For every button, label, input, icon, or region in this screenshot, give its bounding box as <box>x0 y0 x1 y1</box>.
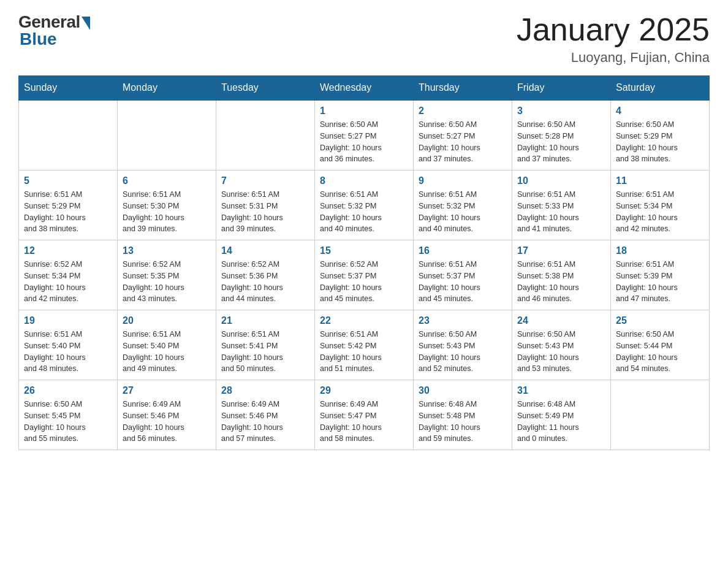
calendar-cell: 1Sunrise: 6:50 AMSunset: 5:27 PMDaylight… <box>315 100 414 170</box>
day-info: Sunrise: 6:51 AMSunset: 5:32 PMDaylight:… <box>320 189 408 235</box>
calendar-cell: 3Sunrise: 6:50 AMSunset: 5:28 PMDaylight… <box>512 100 611 170</box>
day-info: Sunrise: 6:50 AMSunset: 5:44 PMDaylight:… <box>616 329 704 375</box>
day-number: 6 <box>123 175 211 186</box>
day-info: Sunrise: 6:51 AMSunset: 5:38 PMDaylight:… <box>517 259 605 305</box>
calendar-cell <box>611 380 710 450</box>
day-info: Sunrise: 6:51 AMSunset: 5:30 PMDaylight:… <box>123 189 211 235</box>
logo-triangle-icon <box>82 17 90 30</box>
day-number: 26 <box>24 385 112 396</box>
day-info: Sunrise: 6:48 AMSunset: 5:49 PMDaylight:… <box>517 399 605 445</box>
calendar-cell: 23Sunrise: 6:50 AMSunset: 5:43 PMDayligh… <box>414 310 512 380</box>
day-number: 29 <box>320 385 408 396</box>
day-number: 11 <box>616 175 704 186</box>
day-number: 23 <box>419 315 507 326</box>
calendar-cell: 18Sunrise: 6:51 AMSunset: 5:39 PMDayligh… <box>611 240 710 310</box>
day-number: 30 <box>419 385 507 396</box>
day-info: Sunrise: 6:51 AMSunset: 5:42 PMDaylight:… <box>320 329 408 375</box>
day-header-friday: Friday <box>512 76 611 101</box>
calendar-cell <box>216 100 315 170</box>
calendar-cell: 6Sunrise: 6:51 AMSunset: 5:30 PMDaylight… <box>118 170 216 240</box>
day-number: 7 <box>221 175 309 186</box>
week-row-3: 12Sunrise: 6:52 AMSunset: 5:34 PMDayligh… <box>19 240 710 310</box>
day-info: Sunrise: 6:50 AMSunset: 5:45 PMDaylight:… <box>24 399 112 445</box>
day-info: Sunrise: 6:50 AMSunset: 5:27 PMDaylight:… <box>320 119 408 165</box>
day-header-saturday: Saturday <box>611 76 710 101</box>
day-info: Sunrise: 6:51 AMSunset: 5:39 PMDaylight:… <box>616 259 704 305</box>
day-info: Sunrise: 6:51 AMSunset: 5:31 PMDaylight:… <box>221 189 309 235</box>
calendar-cell: 29Sunrise: 6:49 AMSunset: 5:47 PMDayligh… <box>315 380 414 450</box>
day-header-sunday: Sunday <box>19 76 118 101</box>
day-number: 3 <box>517 105 605 117</box>
calendar-cell: 25Sunrise: 6:50 AMSunset: 5:44 PMDayligh… <box>611 310 710 380</box>
calendar-cell: 22Sunrise: 6:51 AMSunset: 5:42 PMDayligh… <box>315 310 414 380</box>
day-info: Sunrise: 6:51 AMSunset: 5:33 PMDaylight:… <box>517 189 605 235</box>
day-info: Sunrise: 6:50 AMSunset: 5:29 PMDaylight:… <box>616 119 704 165</box>
calendar-cell: 26Sunrise: 6:50 AMSunset: 5:45 PMDayligh… <box>19 380 118 450</box>
day-number: 13 <box>123 245 211 256</box>
day-info: Sunrise: 6:50 AMSunset: 5:28 PMDaylight:… <box>517 119 605 165</box>
calendar-cell: 30Sunrise: 6:48 AMSunset: 5:48 PMDayligh… <box>414 380 512 450</box>
calendar-cell: 12Sunrise: 6:52 AMSunset: 5:34 PMDayligh… <box>19 240 118 310</box>
calendar-title: January 2025 <box>517 12 710 47</box>
day-number: 28 <box>221 385 309 396</box>
day-info: Sunrise: 6:49 AMSunset: 5:46 PMDaylight:… <box>221 399 309 445</box>
day-info: Sunrise: 6:51 AMSunset: 5:41 PMDaylight:… <box>221 329 309 375</box>
calendar-cell: 13Sunrise: 6:52 AMSunset: 5:35 PMDayligh… <box>118 240 216 310</box>
day-info: Sunrise: 6:51 AMSunset: 5:34 PMDaylight:… <box>616 189 704 235</box>
day-info: Sunrise: 6:52 AMSunset: 5:35 PMDaylight:… <box>123 259 211 305</box>
day-number: 10 <box>517 175 605 186</box>
calendar-cell: 5Sunrise: 6:51 AMSunset: 5:29 PMDaylight… <box>19 170 118 240</box>
day-number: 20 <box>123 315 211 326</box>
day-info: Sunrise: 6:52 AMSunset: 5:36 PMDaylight:… <box>221 259 309 305</box>
calendar-cell: 11Sunrise: 6:51 AMSunset: 5:34 PMDayligh… <box>611 170 710 240</box>
calendar-cell: 17Sunrise: 6:51 AMSunset: 5:38 PMDayligh… <box>512 240 611 310</box>
day-info: Sunrise: 6:50 AMSunset: 5:43 PMDaylight:… <box>517 329 605 375</box>
calendar-table: SundayMondayTuesdayWednesdayThursdayFrid… <box>18 75 710 450</box>
day-number: 31 <box>517 385 605 396</box>
week-row-4: 19Sunrise: 6:51 AMSunset: 5:40 PMDayligh… <box>19 310 710 380</box>
day-number: 22 <box>320 315 408 326</box>
day-info: Sunrise: 6:51 AMSunset: 5:40 PMDaylight:… <box>24 329 112 375</box>
day-number: 5 <box>24 175 112 186</box>
day-number: 17 <box>517 245 605 256</box>
day-info: Sunrise: 6:51 AMSunset: 5:37 PMDaylight:… <box>419 259 507 305</box>
calendar-cell: 15Sunrise: 6:52 AMSunset: 5:37 PMDayligh… <box>315 240 414 310</box>
day-header-thursday: Thursday <box>414 76 512 101</box>
day-info: Sunrise: 6:51 AMSunset: 5:40 PMDaylight:… <box>123 329 211 375</box>
calendar-cell: 7Sunrise: 6:51 AMSunset: 5:31 PMDaylight… <box>216 170 315 240</box>
day-number: 15 <box>320 245 408 256</box>
day-number: 25 <box>616 315 704 326</box>
day-number: 16 <box>419 245 507 256</box>
day-number: 18 <box>616 245 704 256</box>
day-info: Sunrise: 6:48 AMSunset: 5:48 PMDaylight:… <box>419 399 507 445</box>
day-number: 4 <box>616 105 704 117</box>
day-header-tuesday: Tuesday <box>216 76 315 101</box>
day-number: 12 <box>24 245 112 256</box>
calendar-cell: 24Sunrise: 6:50 AMSunset: 5:43 PMDayligh… <box>512 310 611 380</box>
day-number: 24 <box>517 315 605 326</box>
calendar-cell: 8Sunrise: 6:51 AMSunset: 5:32 PMDaylight… <box>315 170 414 240</box>
days-header-row: SundayMondayTuesdayWednesdayThursdayFrid… <box>19 76 710 101</box>
day-number: 21 <box>221 315 309 326</box>
logo: General Blue <box>18 12 90 49</box>
day-info: Sunrise: 6:50 AMSunset: 5:43 PMDaylight:… <box>419 329 507 375</box>
calendar-cell: 31Sunrise: 6:48 AMSunset: 5:49 PMDayligh… <box>512 380 611 450</box>
day-info: Sunrise: 6:51 AMSunset: 5:29 PMDaylight:… <box>24 189 112 235</box>
day-header-monday: Monday <box>118 76 216 101</box>
week-row-5: 26Sunrise: 6:50 AMSunset: 5:45 PMDayligh… <box>19 380 710 450</box>
day-info: Sunrise: 6:52 AMSunset: 5:34 PMDaylight:… <box>24 259 112 305</box>
day-info: Sunrise: 6:50 AMSunset: 5:27 PMDaylight:… <box>419 119 507 165</box>
calendar-cell: 10Sunrise: 6:51 AMSunset: 5:33 PMDayligh… <box>512 170 611 240</box>
day-header-wednesday: Wednesday <box>315 76 414 101</box>
calendar-cell: 4Sunrise: 6:50 AMSunset: 5:29 PMDaylight… <box>611 100 710 170</box>
day-info: Sunrise: 6:51 AMSunset: 5:32 PMDaylight:… <box>419 189 507 235</box>
page-header: General Blue January 2025 Luoyang, Fujia… <box>18 12 710 66</box>
calendar-cell: 27Sunrise: 6:49 AMSunset: 5:46 PMDayligh… <box>118 380 216 450</box>
day-number: 1 <box>320 105 408 117</box>
week-row-2: 5Sunrise: 6:51 AMSunset: 5:29 PMDaylight… <box>19 170 710 240</box>
calendar-subtitle: Luoyang, Fujian, China <box>517 50 710 66</box>
day-info: Sunrise: 6:49 AMSunset: 5:46 PMDaylight:… <box>123 399 211 445</box>
day-number: 9 <box>419 175 507 186</box>
calendar-cell <box>19 100 118 170</box>
calendar-cell: 14Sunrise: 6:52 AMSunset: 5:36 PMDayligh… <box>216 240 315 310</box>
